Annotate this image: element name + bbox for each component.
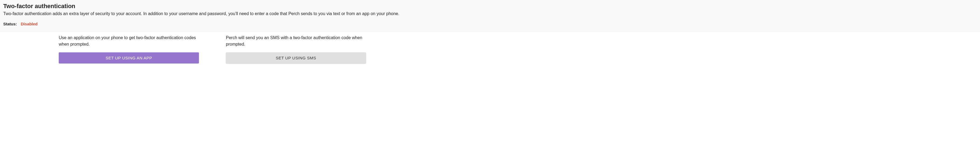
status-value: Disabled: [21, 22, 38, 26]
setup-app-button[interactable]: Set up using an app: [59, 52, 199, 63]
page-description: Two-factor authentication adds an extra …: [3, 11, 977, 17]
status-label: Status:: [3, 22, 17, 26]
setup-sms-description: Perch will send you an SMS with a two-fa…: [226, 35, 366, 48]
setup-options-container: Use an application on your phone to get …: [59, 32, 980, 66]
setup-sms-card: Perch will send you an SMS with a two-fa…: [226, 35, 366, 63]
two-factor-header: Two-factor authentication Two-factor aut…: [0, 0, 980, 32]
setup-sms-button[interactable]: Set up using SMS: [226, 52, 366, 63]
setup-app-description: Use an application on your phone to get …: [59, 35, 199, 48]
page-title: Two-factor authentication: [3, 3, 977, 10]
status-row: Status: Disabled: [3, 22, 977, 26]
setup-app-card: Use an application on your phone to get …: [59, 35, 199, 63]
